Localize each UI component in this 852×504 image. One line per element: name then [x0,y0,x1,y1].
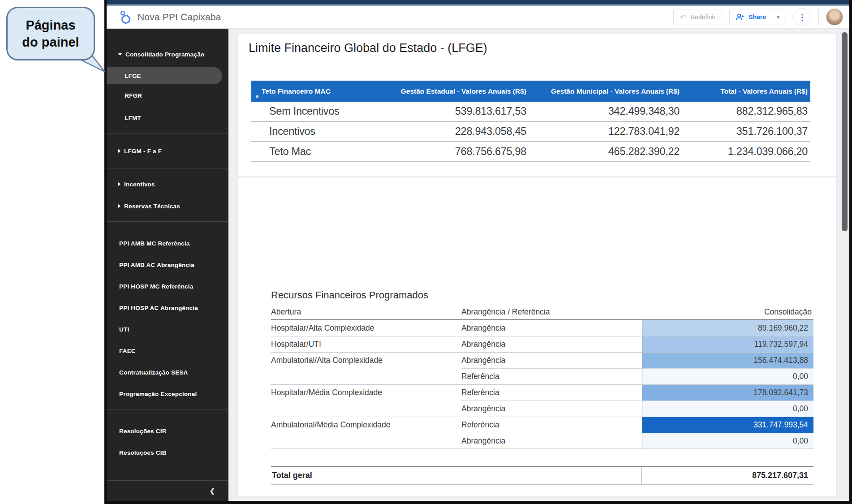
table-row[interactable]: Referência 0,00 [271,368,813,384]
sidebar-item-rfgr[interactable]: RFGR [107,84,228,107]
sidebar-item-ppi-amb-ac-abrangencia[interactable]: PPI AMB AC Abrangência [107,254,228,276]
sidebar-collapse-button[interactable]: ❮ [107,480,228,501]
total-value: 351.726.100,37 [685,122,810,141]
sidebar-item-faec[interactable]: FAEC [107,340,228,362]
abertura-cell [271,368,461,384]
more-options-button[interactable]: ⋮ [793,8,811,26]
sidebar-item-label: Consolidado Programação [125,51,204,58]
chevron-right-icon [118,149,120,153]
callout-line2: do painel [22,34,79,51]
sidebar-divider [107,221,228,222]
sidebar-item-label: LFMT [125,115,141,121]
table-row[interactable]: Abrangência 0,00 [271,401,813,417]
sidebar-spacer [107,226,228,233]
recursos-table-header: Abertura Abrangência / Referência Consol… [271,307,813,320]
undo-icon: ↶ [680,13,686,21]
caret-down-icon: ▾ [777,14,779,20]
column-header-gestao-municipal[interactable]: Gestão Municipal - Valores Anuais (R$) [532,81,685,102]
sidebar-item-label: Resoluções CIR [119,428,167,435]
share-split-button: Share ▾ [729,9,784,25]
table-row[interactable]: Ambulatorial/Média Complexidade Referênc… [271,417,813,433]
total-row: Total geral 875.217.607,31 [271,466,813,485]
chevron-down-icon [118,53,122,56]
report-canvas: Limite Financeiro Global do Estado - (LF… [237,34,837,497]
sidebar-item-label: Incentivos [124,181,155,188]
lfge-table-header: Teto Financeiro MAC Gestão Estadual - Va… [251,81,810,102]
estadual-value: 768.756.675,98 [380,142,532,161]
sidebar-item-contratualizacao-sesa[interactable]: Contratualização SESA [107,362,228,383]
table-row[interactable]: Teto Mac 768.756.675,98 465.282.390,22 1… [251,142,810,162]
sidebar-divider [107,168,228,168]
more-vertical-icon: ⋮ [798,12,807,22]
sidebar-item-ppi-hosp-mc-referencia[interactable]: PPI HOSP MC Referência [107,276,228,297]
sidebar-section-lfgm-faf[interactable]: LFGM - F a F [107,138,228,164]
table-row[interactable]: Hospitalar/Média Complexidade Referência… [271,384,813,401]
abertura-cell [271,401,461,417]
abertura-cell: Ambulatorial/Alta Complexidade [271,352,461,368]
sidebar-item-resolucoes-cir[interactable]: Resoluções CIR [107,420,228,442]
sidebar-item-resolucoes-cib[interactable]: Resoluções CIB [107,442,228,463]
sidebar-section-consolidado-programacao[interactable]: Consolidado Programação [107,47,228,62]
chevron-left-icon: ❮ [210,487,215,495]
recursos-title: Recursos Financeiros Programados [271,289,428,301]
table-row[interactable]: Incentivos 228.943.058,45 122.783.041,92… [251,122,810,142]
sidebar-item-lfmt[interactable]: LFMT [107,107,228,129]
callout-line1: Páginas [26,17,75,34]
column-header-label: Total - Valores Anuais (R$) [720,87,808,95]
sidebar-item-ppi-amb-mc-referencia[interactable]: PPI AMB MC Referência [107,233,228,254]
total-value: 875.217.607,31 [641,471,813,480]
app-title: Nova PPI Capixaba [138,12,221,22]
sidebar-item-label: PPI AMB MC Referência [119,240,190,247]
sidebar-item-label: Reservas Técnicas [124,203,180,210]
vertical-scrollbar-thumb[interactable] [842,32,848,231]
share-button[interactable]: Share [730,9,772,25]
sidebar-item-label: UTI [119,326,129,333]
consolidacao-cell: 89.169.960,22 [642,320,813,336]
sidebar-section-incentivos[interactable]: Incentivos [107,173,228,195]
app-window: Nova PPI Capixaba ↶ Redefinir Share ▾ ⋮ [104,0,852,504]
abertura-cell: Hospitalar/Alta Complexidade [271,320,461,336]
redefinir-button[interactable]: ↶ Redefinir [673,9,722,25]
tipo-cell: Referência [461,368,642,384]
consolidacao-cell: 156.474.413,88 [642,352,813,368]
sidebar-item-ppi-hosp-ac-abrangencia[interactable]: PPI HOSP AC Abrangência [107,297,228,319]
column-header-abertura[interactable]: Abertura [271,307,461,317]
redefinir-label: Redefinir [690,13,715,21]
table-row[interactable]: Abrangência 0,00 [271,433,813,449]
column-header-label: Gestão Estadual - Valores Anuais (R$) [401,87,526,95]
column-header-total[interactable]: Total - Valores Anuais (R$) [685,81,810,102]
row-label: Sem Incentivos [251,102,380,121]
sidebar-item-programacao-excepcional[interactable]: Programação Excepcional [107,383,228,405]
sidebar-section-reservas-tecnicas[interactable]: Reservas Técnicas [107,195,228,217]
person-add-icon [736,13,744,21]
total-label: Total geral [271,467,641,484]
sidebar-item-lfge-selected[interactable]: LFGE [107,67,222,84]
consolidacao-cell: 178.092.641,73 [642,384,813,401]
sidebar: Consolidado Programação LFGE RFGR LFMT L… [107,29,228,501]
table-row[interactable]: Hospitalar/UTI Abrangência 119.732.597,9… [271,336,813,352]
abertura-cell: Ambulatorial/Média Complexidade [271,417,461,433]
share-label: Share [749,13,766,21]
chevron-right-icon [118,204,120,208]
column-header-gestao-estadual[interactable]: Gestão Estadual - Valores Anuais (R$) [380,81,532,102]
sidebar-item-uti[interactable]: UTI [107,319,228,340]
table-row[interactable]: Hospitalar/Alta Complexidade Abrangência… [271,320,813,336]
consolidacao-cell: 0,00 [642,433,813,449]
table-row[interactable]: Sem Incentivos 539.813.617,53 342.499.34… [251,102,810,122]
column-header-consolidacao[interactable]: Consolidação [642,307,813,317]
tipo-cell: Referência [461,384,642,401]
column-header-abrangencia-referencia[interactable]: Abrangência / Referência [461,307,642,317]
sidebar-divider [107,134,228,134]
estadual-value: 228.943.058,45 [380,122,532,141]
sidebar-item-label: PPI HOSP MC Referência [119,283,193,290]
column-header-label: Gestão Municipal - Valores Anuais (R$) [551,87,680,95]
avatar[interactable] [826,9,843,26]
vertical-scrollbar-track[interactable] [839,30,848,497]
column-header-teto-financeiro-mac[interactable]: Teto Financeiro MAC [251,81,380,102]
row-label: Incentivos [251,122,380,141]
recursos-table: Abertura Abrangência / Referência Consol… [271,307,813,485]
callout-paginas-do-painel: Páginas do painel [6,7,95,60]
table-row[interactable]: Ambulatorial/Alta Complexidade Abrangênc… [271,352,813,368]
share-options-button[interactable]: ▾ [772,9,784,25]
sidebar-spacer [107,414,228,420]
